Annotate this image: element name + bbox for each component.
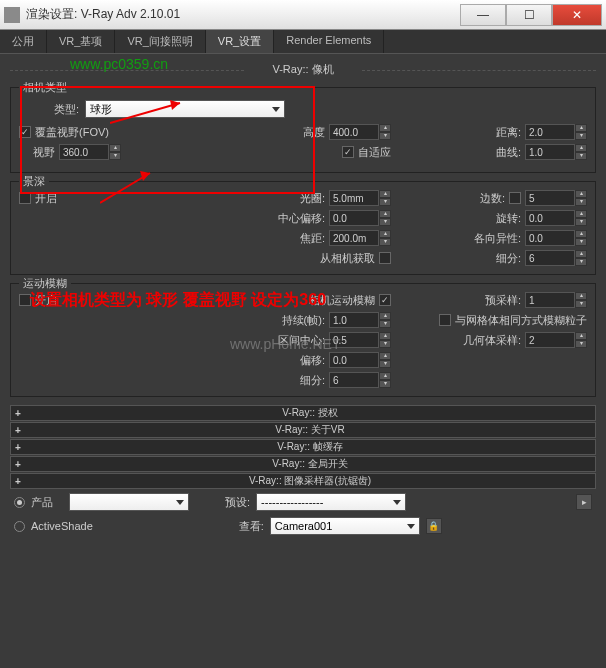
- motion-enable-label: 开启: [35, 293, 57, 308]
- height-label: 高度: [303, 125, 325, 140]
- duration-spinner[interactable]: ▴▾: [329, 312, 391, 328]
- centerbias-spinner[interactable]: ▴▾: [329, 210, 391, 226]
- maximize-button[interactable]: ☐: [506, 4, 552, 26]
- geosamp-label: 几何体采样:: [463, 333, 521, 348]
- lock-icon[interactable]: 🔒: [426, 518, 442, 534]
- interval-spinner[interactable]: ▴▾: [329, 332, 391, 348]
- bias-spinner[interactable]: ▴▾: [329, 352, 391, 368]
- override-fov-label: 覆盖视野(FOV): [35, 125, 109, 140]
- interval-label: 区间中心:: [278, 333, 325, 348]
- rollup-framebuffer[interactable]: +V-Ray:: 帧缓存: [10, 439, 596, 455]
- blades-checkbox[interactable]: [509, 192, 521, 204]
- mesh-checkbox[interactable]: [439, 314, 451, 326]
- section-camera-header[interactable]: V-Ray:: 像机: [10, 60, 596, 79]
- focal-spinner[interactable]: ▴▾: [329, 230, 391, 246]
- render-button[interactable]: ▸: [576, 494, 592, 510]
- close-button[interactable]: ✕: [552, 4, 602, 26]
- preset-dropdown[interactable]: -----------------: [256, 493, 406, 511]
- dof-enable-label: 开启: [35, 191, 57, 206]
- mesh-label: 与网格体相同方式模糊粒子: [455, 313, 587, 328]
- footer-row-1: 产品 预设: ----------------- ▸: [10, 490, 596, 514]
- anis-spinner[interactable]: ▴▾: [525, 230, 587, 246]
- fromcam-label: 从相机获取: [320, 251, 375, 266]
- camera-type-group: 相机类型 类型: 球形 ✓ 覆盖视野(FOV) 高度 ▴▾ 距离: ▴▾ 视野 …: [10, 87, 596, 173]
- camera-type-legend: 相机类型: [19, 80, 71, 95]
- tab-render-elements[interactable]: Render Elements: [274, 30, 384, 53]
- adaptive-checkbox[interactable]: ✓: [342, 146, 354, 158]
- activeshade-radio[interactable]: [14, 521, 25, 532]
- footer-row-2: ActiveShade 查看: Camera001 🔒: [10, 514, 596, 538]
- centerbias-label: 中心偏移:: [278, 211, 325, 226]
- chevron-down-icon: [176, 500, 184, 505]
- motion-blur-group: 运动模糊 开启 相机运动模糊✓ 预采样:▴▾ 持续(帧):▴▾ 与网格体相同方式…: [10, 283, 596, 397]
- blades-spinner[interactable]: ▴▾: [525, 190, 587, 206]
- adaptive-label: 自适应: [358, 145, 391, 160]
- rollup-image-sampler[interactable]: +V-Ray:: 图像采样器(抗锯齿): [10, 473, 596, 489]
- duration-label: 持续(帧):: [282, 313, 325, 328]
- fov-label: 视野: [19, 145, 55, 160]
- tab-vr-indirect[interactable]: VR_间接照明: [115, 30, 205, 53]
- dof-subdiv-spinner[interactable]: ▴▾: [525, 250, 587, 266]
- override-fov-checkbox[interactable]: ✓: [19, 126, 31, 138]
- activeshade-label: ActiveShade: [31, 520, 93, 532]
- content-area: V-Ray:: 像机 相机类型 类型: 球形 ✓ 覆盖视野(FOV) 高度 ▴▾…: [0, 54, 606, 668]
- tab-vr-basic[interactable]: VR_基项: [47, 30, 115, 53]
- focal-label: 焦距:: [300, 231, 325, 246]
- curve-label: 曲线:: [496, 145, 521, 160]
- rot-spinner[interactable]: ▴▾: [525, 210, 587, 226]
- chevron-down-icon: [393, 500, 401, 505]
- tab-common[interactable]: 公用: [0, 30, 47, 53]
- curve-spinner[interactable]: ▴▾: [525, 144, 587, 160]
- aperture-label: 光圈:: [300, 191, 325, 206]
- height-spinner[interactable]: ▴▾: [329, 124, 391, 140]
- dist-spinner[interactable]: ▴▾: [525, 124, 587, 140]
- product-radio[interactable]: [14, 497, 25, 508]
- motion-subdiv-spinner[interactable]: ▴▾: [329, 372, 391, 388]
- titlebar: 渲染设置: V-Ray Adv 2.10.01 — ☐ ✕: [0, 0, 606, 30]
- app-icon: [4, 7, 20, 23]
- geosamp-spinner[interactable]: ▴▾: [525, 332, 587, 348]
- rollup-global-switch[interactable]: +V-Ray:: 全局开关: [10, 456, 596, 472]
- tab-bar: 公用 VR_基项 VR_间接照明 VR_设置 Render Elements: [0, 30, 606, 54]
- product-dropdown[interactable]: [69, 493, 189, 511]
- motion-subdiv-label: 细分:: [300, 373, 325, 388]
- presamp-spinner[interactable]: ▴▾: [525, 292, 587, 308]
- dof-group: 景深 开启 光圈:▴▾ 边数:▴▾ 中心偏移:▴▾ 旋转:▴▾ 焦距:▴▾ 各向…: [10, 181, 596, 275]
- product-label: 产品: [31, 495, 53, 510]
- rot-label: 旋转:: [496, 211, 521, 226]
- tab-vr-settings[interactable]: VR_设置: [206, 30, 274, 53]
- motion-legend: 运动模糊: [19, 276, 71, 291]
- chevron-down-icon: [272, 107, 280, 112]
- dof-subdiv-label: 细分:: [496, 251, 521, 266]
- view-label: 查看:: [239, 519, 264, 534]
- dof-enable-checkbox[interactable]: [19, 192, 31, 204]
- bias-label: 偏移:: [300, 353, 325, 368]
- type-dropdown[interactable]: 球形: [85, 100, 285, 118]
- chevron-down-icon: [407, 524, 415, 529]
- camblur-checkbox[interactable]: ✓: [379, 294, 391, 306]
- window-title: 渲染设置: V-Ray Adv 2.10.01: [26, 6, 460, 23]
- motion-enable-checkbox[interactable]: [19, 294, 31, 306]
- presamp-label: 预采样:: [485, 293, 521, 308]
- camblur-label: 相机运动模糊: [309, 293, 375, 308]
- fov-spinner[interactable]: ▴▾: [59, 144, 121, 160]
- view-dropdown[interactable]: Camera001: [270, 517, 420, 535]
- minimize-button[interactable]: —: [460, 4, 506, 26]
- fromcam-checkbox[interactable]: [379, 252, 391, 264]
- rollup-about[interactable]: +V-Ray:: 关于VR: [10, 422, 596, 438]
- rollup-license[interactable]: +V-Ray:: 授权: [10, 405, 596, 421]
- blades-label: 边数:: [480, 191, 505, 206]
- dist-label: 距离:: [496, 125, 521, 140]
- type-label: 类型:: [19, 102, 79, 117]
- dof-legend: 景深: [19, 174, 49, 189]
- preset-label: 预设:: [225, 495, 250, 510]
- anis-label: 各向异性:: [474, 231, 521, 246]
- aperture-spinner[interactable]: ▴▾: [329, 190, 391, 206]
